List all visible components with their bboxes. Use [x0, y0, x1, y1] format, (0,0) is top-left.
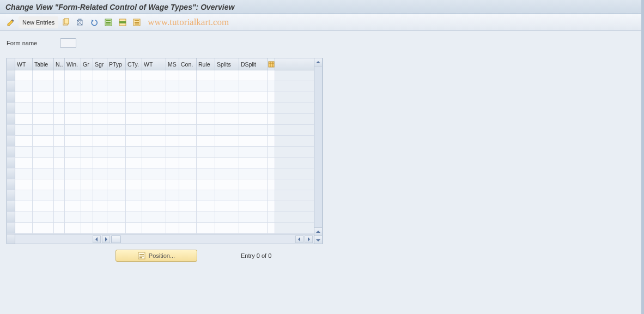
- cell[interactable]: [33, 103, 54, 113]
- cell[interactable]: [215, 201, 239, 212]
- position-button[interactable]: Position...: [116, 250, 197, 262]
- hscroll-thumb-left[interactable]: [111, 235, 121, 243]
- cell[interactable]: [239, 190, 268, 201]
- horizontal-scrollbar[interactable]: [7, 234, 314, 244]
- hscroll-right-2[interactable]: [305, 235, 313, 243]
- cell[interactable]: [166, 92, 179, 102]
- cell[interactable]: [81, 212, 93, 222]
- cell[interactable]: [65, 223, 81, 233]
- cell[interactable]: [268, 136, 275, 146]
- cell[interactable]: [142, 125, 166, 135]
- cell[interactable]: [215, 223, 239, 233]
- cell[interactable]: [215, 103, 239, 113]
- cell[interactable]: [126, 70, 142, 81]
- cell[interactable]: [126, 168, 142, 179]
- cell[interactable]: [33, 223, 54, 233]
- cell[interactable]: [54, 179, 65, 190]
- cell[interactable]: [166, 158, 179, 168]
- cell[interactable]: [166, 70, 179, 81]
- copy-as-button[interactable]: [59, 16, 72, 28]
- cell[interactable]: [107, 81, 126, 92]
- cell[interactable]: [179, 158, 197, 168]
- cell[interactable]: [93, 158, 107, 168]
- cell[interactable]: [107, 125, 126, 135]
- cell[interactable]: [179, 190, 197, 201]
- cell[interactable]: [179, 201, 197, 212]
- cell[interactable]: [142, 201, 166, 212]
- cell[interactable]: [142, 212, 166, 222]
- cell[interactable]: [239, 223, 268, 233]
- col-ms[interactable]: MS: [166, 58, 179, 70]
- hscroll-left-2[interactable]: [295, 235, 303, 243]
- cell[interactable]: [197, 136, 215, 146]
- cell[interactable]: [33, 136, 54, 146]
- cell[interactable]: [15, 136, 33, 146]
- cell[interactable]: [166, 179, 179, 190]
- cell[interactable]: [107, 168, 126, 179]
- cell[interactable]: [197, 81, 215, 92]
- cell[interactable]: [65, 158, 81, 168]
- cell[interactable]: [215, 70, 239, 81]
- cell[interactable]: [215, 158, 239, 168]
- cell[interactable]: [15, 114, 33, 124]
- cell[interactable]: [93, 125, 107, 135]
- cell[interactable]: [33, 168, 54, 179]
- cell[interactable]: [81, 223, 93, 233]
- cell[interactable]: [179, 179, 197, 190]
- col-wt2[interactable]: WT: [142, 58, 166, 70]
- cell[interactable]: [81, 92, 93, 102]
- cell[interactable]: [215, 92, 239, 102]
- cell[interactable]: [268, 168, 275, 179]
- cell[interactable]: [179, 70, 197, 81]
- col-dsplit[interactable]: DSplit: [239, 58, 268, 70]
- cell[interactable]: [107, 201, 126, 212]
- cell[interactable]: [107, 92, 126, 102]
- cell[interactable]: [268, 81, 275, 92]
- cell[interactable]: [54, 70, 65, 81]
- cell[interactable]: [107, 190, 126, 201]
- cell[interactable]: [215, 125, 239, 135]
- vertical-scrollbar[interactable]: [314, 58, 322, 244]
- cell[interactable]: [15, 179, 33, 190]
- delete-button[interactable]: [74, 16, 87, 28]
- cell[interactable]: [15, 103, 33, 113]
- cell[interactable]: [142, 81, 166, 92]
- cell[interactable]: [15, 201, 33, 212]
- row-selector[interactable]: [7, 212, 15, 222]
- cell[interactable]: [142, 114, 166, 124]
- cell[interactable]: [126, 114, 142, 124]
- cell[interactable]: [15, 125, 33, 135]
- cell[interactable]: [268, 103, 275, 113]
- cell[interactable]: [166, 190, 179, 201]
- cell[interactable]: [239, 201, 268, 212]
- cell[interactable]: [215, 212, 239, 222]
- row-selector[interactable]: [7, 201, 15, 212]
- cell[interactable]: [142, 147, 166, 157]
- cell[interactable]: [197, 212, 215, 222]
- cell[interactable]: [197, 125, 215, 135]
- cell[interactable]: [166, 136, 179, 146]
- cell[interactable]: [107, 114, 126, 124]
- cell[interactable]: [54, 190, 65, 201]
- cell[interactable]: [142, 103, 166, 113]
- cell[interactable]: [239, 179, 268, 190]
- cell[interactable]: [126, 136, 142, 146]
- cell[interactable]: [15, 190, 33, 201]
- cell[interactable]: [179, 125, 197, 135]
- cell[interactable]: [65, 136, 81, 146]
- cell[interactable]: [239, 136, 268, 146]
- cell[interactable]: [179, 136, 197, 146]
- cell[interactable]: [215, 136, 239, 146]
- cell[interactable]: [268, 125, 275, 135]
- cell[interactable]: [268, 147, 275, 157]
- cell[interactable]: [126, 125, 142, 135]
- cell[interactable]: [81, 103, 93, 113]
- cell[interactable]: [166, 223, 179, 233]
- cell[interactable]: [33, 201, 54, 212]
- cell[interactable]: [239, 147, 268, 157]
- col-table[interactable]: Table: [33, 58, 54, 70]
- cell[interactable]: [15, 147, 33, 157]
- cell[interactable]: [93, 114, 107, 124]
- cell[interactable]: [166, 147, 179, 157]
- undo-button[interactable]: [88, 16, 101, 28]
